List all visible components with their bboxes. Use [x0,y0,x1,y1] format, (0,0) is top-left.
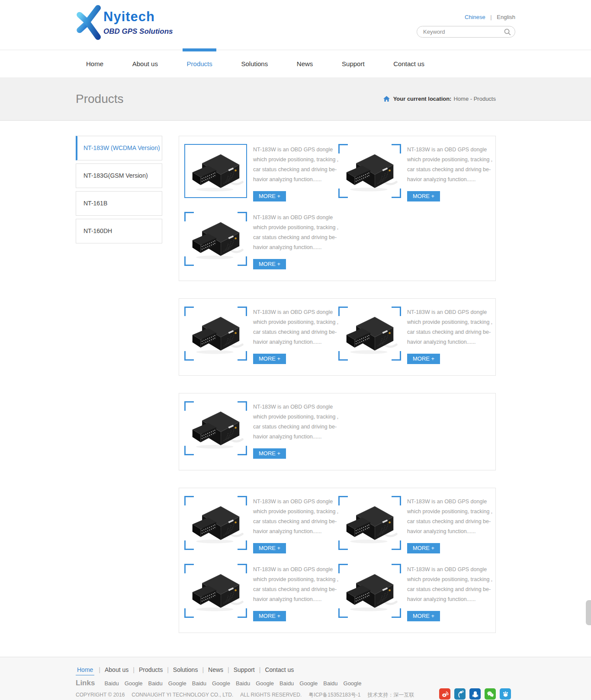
product-description: NT-183W is an OBD GPS dongle which provi… [253,307,338,347]
nav-item-contact-us[interactable]: Contact us [391,50,427,78]
qq-icon[interactable] [469,688,481,700]
footer-nav-separator: | [99,666,100,673]
product-list: NT-183W is an OBD GPS dongle which provi… [179,136,496,650]
footer-link[interactable]: Google [168,680,186,687]
product-image[interactable] [184,307,247,361]
footer-nav-separator: | [259,666,261,673]
sidebar-item-nt-183w[interactable]: NT-183W (WCDMA Version) [76,136,162,160]
footer-nav-separator: | [228,666,229,673]
nav-item-products[interactable]: Products [184,50,215,78]
lang-separator: | [490,14,491,20]
nav-item-about-us[interactable]: About us [130,50,161,78]
lang-english-link[interactable]: English [497,14,515,20]
product-info: NT-183W is an OBD GPS dongle which provi… [253,564,338,621]
obd-dongle-image [187,215,244,263]
weibo-icon[interactable] [439,688,450,700]
product-image[interactable] [338,144,401,198]
copyright-company: CONNAUGHT YI TECHNOLOGY CO., LTD. [132,692,233,698]
product-card: NT-183W is an OBD GPS dongle which provi… [338,496,492,553]
product-description: NT-183W is an OBD GPS dongle which provi… [407,497,492,537]
footer-link[interactable]: Baidu [148,680,163,687]
product-description: NT-183W is an OBD GPS dongle which provi… [253,145,338,185]
product-section: NT-183W is an OBD GPS dongle which provi… [179,298,496,376]
logo[interactable]: Nyitech OBD GPS Solutions [76,3,173,42]
site-header: Nyitech OBD GPS Solutions Chinese | Engl… [0,0,591,50]
breadcrumb-path[interactable]: Home - Products [453,96,496,102]
more-button[interactable]: MORE + [253,259,286,269]
nav-item-support[interactable]: Support [339,50,367,78]
footer-nav-news[interactable]: News [208,666,223,673]
footer-link[interactable]: Google [299,680,318,687]
footer-link[interactable]: Baidu [192,680,206,687]
sidebar: NT-183W (WCDMA Version) NT-183G(GSM Vers… [76,136,162,246]
footer-nav-home[interactable]: Home [76,666,94,675]
baidu-tieba-icon[interactable] [500,688,511,700]
footer-link[interactable]: Google [125,680,143,687]
footer-nav-separator: | [202,666,204,673]
product-image[interactable] [338,307,401,361]
product-section: NT-183W is an OBD GPS dongle which provi… [179,488,496,633]
tech-support[interactable]: 技术支持：深一互联 [367,692,414,698]
breadcrumb-label: Your current location: [393,96,452,102]
footer-nav-products[interactable]: Products [139,666,163,673]
product-image[interactable] [338,564,401,618]
more-button[interactable]: MORE + [407,543,440,553]
product-image[interactable] [184,564,247,618]
obd-dongle-image [187,404,244,453]
footer-link[interactable]: Baidu [323,680,337,687]
product-image[interactable] [184,401,247,455]
product-image[interactable] [184,212,247,266]
product-card: NT-183W is an OBD GPS dongle which provi… [338,564,492,621]
tencent-weibo-icon[interactable] [454,688,466,700]
language-switcher: Chinese | English [417,14,515,20]
more-button[interactable]: MORE + [407,354,440,364]
icp-number[interactable]: 粤ICP备15352183号-1 [308,692,360,698]
product-info: NT-183W is an OBD GPS dongle which provi… [253,144,338,201]
product-image[interactable] [338,496,401,550]
footer-nav-solutions[interactable]: Solutions [173,666,198,673]
footer-nav-support[interactable]: Support [234,666,255,673]
nav-item-news[interactable]: News [294,50,316,78]
nav-item-home[interactable]: Home [84,50,106,78]
sidebar-item-nt-183g[interactable]: NT-183G(GSM Version) [76,163,162,188]
more-button[interactable]: MORE + [407,611,440,621]
page-title: Products [76,92,124,106]
more-button[interactable]: MORE + [253,191,286,201]
lang-chinese-link[interactable]: Chinese [465,14,485,20]
footer-link[interactable]: Google [344,680,362,687]
product-image[interactable] [184,496,247,550]
footer-nav-contact-us[interactable]: Contact us [265,666,294,673]
obd-dongle-image [187,310,244,358]
more-button[interactable]: MORE + [253,354,286,364]
sidebar-item-nt-161b[interactable]: NT-161B [76,191,162,216]
home-icon[interactable] [383,96,390,102]
product-description: NT-183W is an OBD GPS dongle which provi… [407,307,492,347]
footer-link[interactable]: Baidu [236,680,250,687]
search-box [417,26,515,38]
sidebar-item-nt-160dh[interactable]: NT-160DH [76,219,162,243]
obd-dongle-image [187,147,244,195]
footer-link[interactable]: Baidu [104,680,119,687]
friendly-links: Links BaiduGoogleBaiduGoogleBaiduGoogleB… [76,679,515,687]
logo-tagline: OBD GPS Solutions [103,27,173,36]
page-header-band: Products Your current location: Home - P… [0,77,591,121]
product-card: NT-183W is an OBD GPS dongle which provi… [338,307,492,364]
footer-link[interactable]: Google [212,680,230,687]
scroll-top-tab[interactable] [586,600,591,625]
product-image[interactable] [184,144,247,198]
more-button[interactable]: MORE + [407,191,440,201]
footer-nav-about-us[interactable]: About us [105,666,128,673]
footer-link[interactable]: Baidu [279,680,294,687]
search-icon[interactable] [504,28,511,35]
more-button[interactable]: MORE + [253,448,286,459]
wechat-icon[interactable] [485,688,496,700]
logo-icon [76,3,103,42]
more-button[interactable]: MORE + [253,543,286,553]
main-nav: Home About us Products Solutions News Su… [0,50,591,77]
product-description: NT-183W is an OBD GPS dongle which provi… [253,497,338,537]
main-content: NT-183W (WCDMA Version) NT-183G(GSM Vers… [0,121,591,657]
nav-item-solutions[interactable]: Solutions [238,50,270,78]
more-button[interactable]: MORE + [253,611,286,621]
footer-link[interactable]: Google [256,680,274,687]
search-input[interactable] [423,29,504,35]
